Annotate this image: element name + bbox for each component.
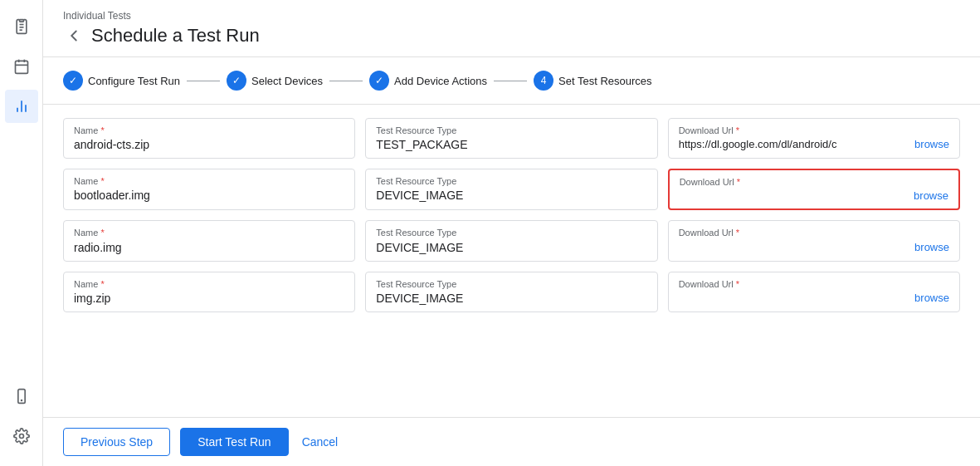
start-test-run-button[interactable]: Start Test Run bbox=[180, 428, 288, 456]
type-field-2: Test Resource Type DEVICE_IMAGE bbox=[365, 169, 657, 210]
browse-button-4[interactable]: browse bbox=[914, 292, 949, 304]
type-value-1: TEST_PACKAGE bbox=[376, 138, 646, 151]
step-4-number: 4 bbox=[541, 75, 547, 86]
required-1: * bbox=[100, 125, 104, 135]
step-4: 4 Set Test Resources bbox=[534, 71, 651, 91]
type-label-4: Test Resource Type bbox=[376, 279, 646, 290]
sidebar-item-clipboard[interactable] bbox=[5, 10, 38, 43]
type-label-3: Test Resource Type bbox=[376, 228, 646, 238]
type-label-2: Test Resource Type bbox=[376, 176, 646, 187]
browse-button-3[interactable]: browse bbox=[914, 241, 949, 253]
url-label-4: Download Url * bbox=[679, 279, 949, 290]
name-value-1: android-cts.zip bbox=[74, 138, 344, 151]
cancel-button[interactable]: Cancel bbox=[299, 429, 342, 455]
breadcrumb: Individual Tests bbox=[63, 10, 960, 22]
url-label-3: Download Url * bbox=[679, 228, 949, 238]
sidebar-item-calendar[interactable] bbox=[5, 50, 38, 83]
footer: Previous Step Start Test Run Cancel bbox=[43, 417, 980, 466]
name-value-4: img.zip bbox=[74, 292, 344, 305]
resources-content: Name * android-cts.zip Test Resource Typ… bbox=[43, 105, 980, 417]
page-title: Schedule a Test Run bbox=[91, 25, 260, 47]
step-3: ✓ Add Device Actions bbox=[369, 71, 487, 91]
steps-bar: ✓ Configure Test Run ✓ Select Devices ✓ … bbox=[43, 57, 980, 105]
step-2-circle: ✓ bbox=[227, 71, 246, 91]
sidebar-item-settings[interactable] bbox=[5, 419, 38, 453]
url-field-2: Download Url * browse bbox=[668, 169, 960, 210]
svg-rect-4 bbox=[15, 61, 27, 73]
name-label-3: Name * bbox=[74, 228, 344, 238]
type-value-3: DEVICE_IMAGE bbox=[376, 241, 646, 254]
sidebar bbox=[0, 0, 43, 466]
resource-row-3: Name * radio.img Test Resource Type DEVI… bbox=[63, 220, 960, 261]
step-3-check: ✓ bbox=[375, 75, 383, 86]
type-field-1: Test Resource Type TEST_PACKAGE bbox=[365, 118, 657, 159]
name-field-3: Name * radio.img bbox=[63, 220, 355, 261]
name-label-2: Name * bbox=[74, 176, 344, 187]
connector-2 bbox=[329, 81, 363, 81]
step-4-circle: 4 bbox=[534, 71, 553, 91]
name-label-4: Name * bbox=[74, 279, 344, 290]
resource-row-1: Name * android-cts.zip Test Resource Typ… bbox=[63, 118, 960, 159]
svg-point-13 bbox=[19, 434, 23, 439]
connector-3 bbox=[494, 81, 527, 81]
svg-rect-0 bbox=[19, 20, 23, 22]
step-2-label: Select Devices bbox=[251, 75, 323, 87]
name-value-2: bootloader.img bbox=[74, 189, 344, 202]
previous-step-button[interactable]: Previous Step bbox=[63, 428, 170, 456]
url-field-4: Download Url * browse bbox=[668, 272, 960, 312]
url-label-1: Download Url * bbox=[679, 125, 949, 136]
step-1-check: ✓ bbox=[69, 75, 77, 86]
resource-row-2: Name * bootloader.img Test Resource Type… bbox=[63, 169, 960, 210]
step-4-label: Set Test Resources bbox=[558, 75, 651, 87]
name-field-4: Name * img.zip bbox=[63, 272, 355, 312]
step-1-circle: ✓ bbox=[63, 71, 83, 91]
header: Individual Tests Schedule a Test Run bbox=[43, 0, 980, 57]
type-field-3: Test Resource Type DEVICE_IMAGE bbox=[365, 220, 657, 261]
url-value-1: https://dl.google.com/dl/android/c bbox=[679, 138, 914, 150]
type-value-2: DEVICE_IMAGE bbox=[376, 189, 646, 202]
url-label-2: Download Url * bbox=[680, 177, 948, 188]
step-3-circle: ✓ bbox=[369, 71, 389, 91]
name-field-1: Name * android-cts.zip bbox=[63, 118, 355, 159]
name-field-2: Name * bootloader.img bbox=[63, 169, 355, 210]
name-value-3: radio.img bbox=[74, 241, 344, 254]
back-button[interactable] bbox=[63, 25, 85, 47]
sidebar-item-phone[interactable] bbox=[5, 380, 38, 413]
resource-row-4: Name * img.zip Test Resource Type DEVICE… bbox=[63, 272, 960, 312]
step-1: ✓ Configure Test Run bbox=[63, 71, 180, 91]
browse-button-2[interactable]: browse bbox=[914, 189, 948, 202]
type-label-1: Test Resource Type bbox=[376, 125, 646, 136]
step-2: ✓ Select Devices bbox=[227, 71, 323, 91]
browse-button-1[interactable]: browse bbox=[914, 138, 949, 150]
step-3-label: Add Device Actions bbox=[394, 75, 487, 87]
type-value-4: DEVICE_IMAGE bbox=[376, 292, 646, 305]
url-field-1: Download Url * https://dl.google.com/dl/… bbox=[668, 118, 960, 159]
type-field-4: Test Resource Type DEVICE_IMAGE bbox=[365, 272, 657, 312]
step-1-label: Configure Test Run bbox=[88, 75, 180, 87]
main-content: Individual Tests Schedule a Test Run ✓ C… bbox=[43, 0, 980, 466]
url-field-3: Download Url * browse bbox=[668, 220, 960, 261]
connector-1 bbox=[187, 81, 220, 81]
sidebar-item-chart[interactable] bbox=[5, 90, 38, 123]
step-2-check: ✓ bbox=[232, 75, 241, 86]
name-label-1: Name * bbox=[74, 125, 344, 136]
